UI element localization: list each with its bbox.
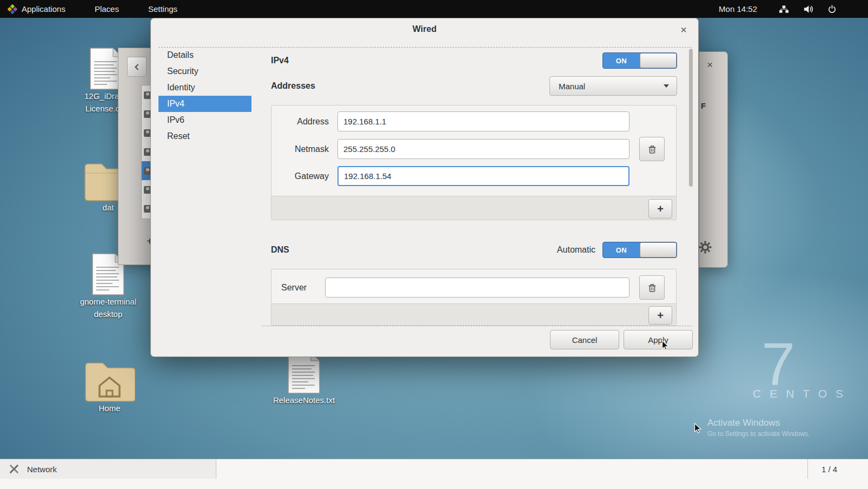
- icon-label: ReleaseNotes.txt: [250, 394, 358, 406]
- sidebar-item-reset[interactable]: Reset: [158, 128, 251, 144]
- menu-settings[interactable]: Settings: [144, 0, 189, 18]
- address-input[interactable]: [337, 111, 630, 131]
- clock[interactable]: Mon 14:52: [719, 4, 757, 14]
- document-icon: [250, 352, 358, 394]
- chevron-left-icon: [134, 63, 140, 71]
- taskbar-window-button-network[interactable]: Network: [0, 459, 216, 479]
- gear-icon[interactable]: [698, 240, 712, 256]
- delete-dns-server-button[interactable]: [639, 275, 665, 300]
- desktop-icon-releasenotes[interactable]: ReleaseNotes.txt: [250, 352, 358, 406]
- desktop-icon-home[interactable]: Home: [57, 360, 162, 414]
- dns-server-label: Server: [281, 277, 307, 298]
- trash-icon: [647, 283, 657, 293]
- dropdown-value: Manual: [559, 82, 585, 91]
- sidebar-item-security[interactable]: Security: [158, 63, 251, 80]
- address-frame-footer: [271, 196, 676, 220]
- sidebar-item-ipv4[interactable]: IPv4: [158, 96, 251, 112]
- netmask-label: Netmask: [275, 139, 329, 159]
- home-folder-icon: [57, 360, 162, 402]
- partial-toggle-label: F: [701, 101, 706, 110]
- network-icon[interactable]: [779, 5, 789, 14]
- mouse-cursor: [660, 340, 672, 354]
- sidebar-item-details[interactable]: Details: [158, 47, 251, 63]
- chevron-down-icon: [664, 84, 669, 88]
- volume-icon[interactable]: [803, 4, 813, 14]
- apply-button[interactable]: Apply: [624, 330, 693, 349]
- cancel-button[interactable]: Cancel: [550, 330, 619, 349]
- address-label: Address: [275, 111, 329, 131]
- dialog-scrollbar[interactable]: [689, 47, 693, 326]
- menu-applications[interactable]: Applications: [17, 0, 77, 18]
- toggle-knob: [640, 53, 677, 68]
- window-list-bar: Network 1 / 4: [0, 459, 868, 489]
- toggle-on-label: ON: [603, 242, 640, 257]
- ipv4-heading: IPv4: [271, 52, 289, 69]
- close-icon[interactable]: ×: [677, 23, 691, 37]
- tools-icon: [9, 464, 19, 474]
- taskbar-window-label: Network: [27, 465, 57, 474]
- scrollbar-thumb[interactable]: [689, 49, 693, 187]
- gateway-label: Gateway: [275, 166, 329, 186]
- netmask-input[interactable]: [337, 139, 630, 159]
- dns-server-input[interactable]: [325, 277, 630, 298]
- mouse-cursor-secondary: [692, 422, 704, 437]
- background-window-right: × F: [699, 51, 728, 268]
- dns-toggle[interactable]: ON: [602, 242, 677, 258]
- sidebar-item-identity[interactable]: Identity: [158, 80, 251, 96]
- addresses-heading: Addresses: [271, 78, 315, 94]
- ipv4-toggle[interactable]: ON: [602, 52, 677, 69]
- close-icon[interactable]: ×: [707, 59, 713, 71]
- dns-automatic-label: Automatic: [498, 242, 595, 258]
- workspace-pager[interactable]: 1 / 4: [807, 459, 851, 479]
- icon-label: Home: [57, 402, 162, 414]
- menu-places[interactable]: Places: [90, 0, 131, 18]
- toggle-knob: [640, 242, 677, 257]
- desktop-screen: 12G_iDrac7 License.d... dat gnome-termin…: [0, 0, 868, 489]
- add-address-button[interactable]: +: [648, 199, 672, 219]
- gnome-top-bar: Applications Places Settings Mon 14:52: [0, 0, 868, 18]
- trash-icon: [647, 144, 657, 154]
- gateway-input[interactable]: [337, 166, 630, 186]
- dialog-title: Wired: [151, 18, 698, 40]
- centos-logo-icon: [8, 4, 17, 14]
- activate-windows-line1: Activate Windows: [707, 418, 780, 428]
- activate-windows-line2: Go to Settings to activate Windows.: [707, 430, 810, 438]
- icon-label-line2: desktop: [54, 308, 162, 320]
- add-dns-server-button[interactable]: +: [648, 306, 672, 325]
- delete-address-button[interactable]: [639, 137, 665, 161]
- power-icon[interactable]: [827, 4, 837, 14]
- icon-label: gnome-terminal desktop: [54, 295, 162, 320]
- dns-heading: DNS: [271, 242, 289, 258]
- centos-watermark-brand: CENTOS: [753, 387, 852, 400]
- icon-label-line1: gnome-terminal: [54, 295, 162, 308]
- toggle-on-label: ON: [603, 53, 640, 68]
- dns-frame-footer: [271, 303, 676, 325]
- addresses-method-dropdown[interactable]: Manual: [549, 76, 677, 96]
- wired-settings-dialog: Wired × Details Security Identity IPv4 I…: [150, 18, 699, 357]
- scroll-edge-bottom: [262, 326, 692, 326]
- sidebar-item-ipv6[interactable]: IPv6: [158, 112, 251, 128]
- back-button[interactable]: [127, 57, 147, 77]
